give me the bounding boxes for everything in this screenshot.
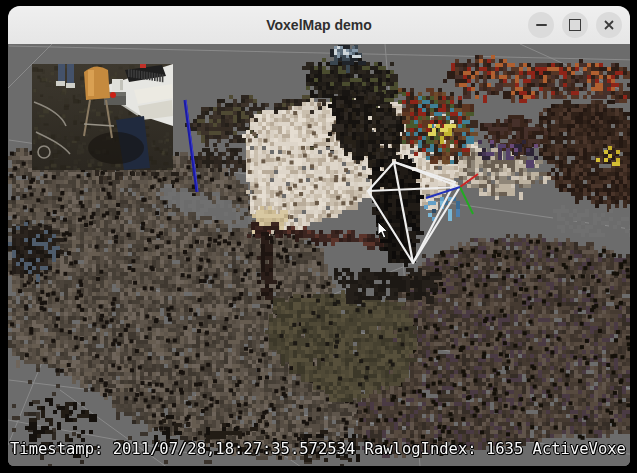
close-icon xyxy=(603,19,615,31)
close-button[interactable] xyxy=(596,12,622,38)
minimize-button[interactable] xyxy=(528,12,554,38)
camera-feed-image xyxy=(32,64,173,170)
camera-feed-inset xyxy=(32,64,173,170)
screenshot-canvas: VoxelMap demo xyxy=(0,0,637,473)
window-controls xyxy=(528,12,622,38)
maximize-button[interactable] xyxy=(562,12,588,38)
maximize-icon xyxy=(569,19,581,31)
3d-viewport: Timestamp: 2011/07/28,18:27:35.572534 Ra… xyxy=(8,44,630,466)
status-bar-text: Timestamp: 2011/07/28,18:27:35.572534 Ra… xyxy=(10,441,626,458)
window-title: VoxelMap demo xyxy=(266,17,372,33)
window-titlebar[interactable]: VoxelMap demo xyxy=(8,6,630,44)
minimize-icon xyxy=(536,24,547,26)
voxelmap-demo-window: VoxelMap demo xyxy=(8,6,630,466)
